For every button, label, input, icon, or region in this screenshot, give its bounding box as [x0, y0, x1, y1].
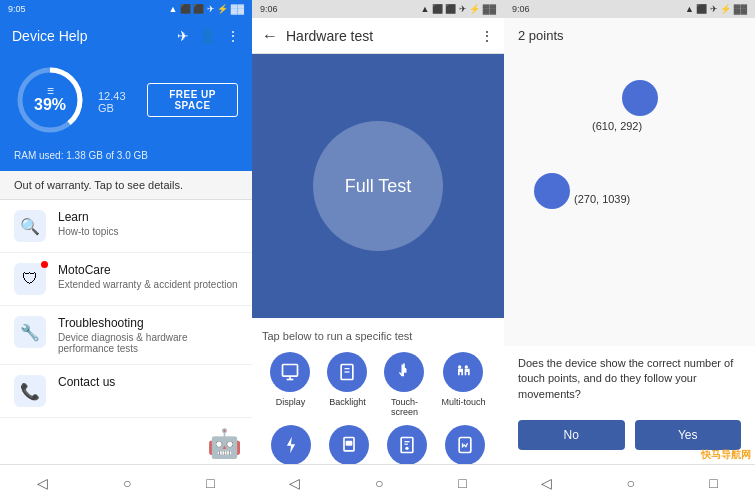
motocare-icon-container: 🛡: [14, 263, 46, 295]
status-bar-p3: 9:06 ▲ ⬛ ✈ ⚡ ▓▓: [504, 0, 755, 18]
panel2-title: Hardware test: [286, 28, 472, 44]
touch-question: Does the device show the correct number …: [504, 346, 755, 412]
learn-subtitle: How-to topics: [58, 226, 119, 237]
storage-gb: 12.43 GB: [98, 90, 135, 114]
status-time-p1: 9:05: [8, 4, 26, 14]
test-icons-row1: Display Backlight Touch-screen Multi-tou…: [262, 352, 494, 417]
svg-point-9: [465, 365, 468, 368]
backlight-label: Backlight: [329, 397, 366, 407]
learn-title: Learn: [58, 210, 119, 224]
svg-point-14: [405, 447, 408, 450]
status-icons-p2: ▲ ⬛ ⬛ ✈ ⚡ ▓▓: [420, 4, 496, 14]
contact-icon-container: 📞: [14, 375, 46, 407]
touch-canvas-area[interactable]: 2 points (610, 292) (270, 1039): [504, 18, 755, 346]
menu-item-learn[interactable]: 🔍 Learn How-to topics: [0, 200, 252, 253]
motocare-text: MotoCare Extended warranty & accident pr…: [58, 263, 238, 290]
status-time-p2: 9:06: [260, 4, 278, 14]
motocare-icon: 🛡: [22, 270, 38, 288]
storage-section: ☰ 39% 12.43 GB FREE UP SPACE: [0, 54, 252, 150]
warranty-bar[interactable]: Out of warranty. Tap to see details.: [0, 171, 252, 200]
back-icon-p2[interactable]: ←: [262, 27, 278, 45]
watermark: 快马导航网: [701, 448, 751, 462]
airplane-icon[interactable]: ✈: [177, 28, 189, 44]
home-nav-p2[interactable]: ○: [375, 475, 383, 491]
test-item-touchscreen[interactable]: Touch-screen: [384, 352, 424, 417]
learn-icon-container: 🔍: [14, 210, 46, 242]
panel-hardware-test: 9:06 ▲ ⬛ ⬛ ✈ ⚡ ▓▓ ← Hardware test ⋮ Full…: [252, 0, 504, 500]
storage-test-icon: [387, 425, 427, 465]
sensors-test-icon: [445, 425, 485, 465]
status-bar-p2: 9:06 ▲ ⬛ ⬛ ✈ ⚡ ▓▓: [252, 0, 504, 18]
status-icons-p3: ▲ ⬛ ✈ ⚡ ▓▓: [685, 4, 747, 14]
touch-point-2: [534, 173, 570, 209]
back-nav-p1[interactable]: ◁: [37, 475, 48, 491]
storage-percent: 39%: [34, 96, 66, 114]
display-label: Display: [276, 397, 306, 407]
svg-marker-10: [287, 437, 295, 454]
storage-info: 12.43 GB: [98, 86, 135, 114]
menu-item-contact[interactable]: 📞 Contact us: [0, 365, 252, 418]
yes-button[interactable]: Yes: [635, 420, 742, 450]
recent-nav-p1[interactable]: □: [206, 475, 214, 491]
sim-test-icon: [329, 425, 369, 465]
touchscreen-icon: [384, 352, 424, 392]
contact-title: Contact us: [58, 375, 115, 389]
recent-nav-p3[interactable]: □: [709, 475, 717, 491]
test-item-multitouch[interactable]: Multi-touch: [441, 352, 485, 417]
home-nav-p3[interactable]: ○: [627, 475, 635, 491]
status-time-p3: 9:06: [512, 4, 530, 14]
touchscreen-label: Touch-screen: [391, 397, 418, 417]
back-nav-p3[interactable]: ◁: [541, 475, 552, 491]
menu-item-troubleshooting[interactable]: 🔧 Troubleshooting Device diagnosis & har…: [0, 306, 252, 365]
menu-item-motocare[interactable]: 🛡 MotoCare Extended warranty & accident …: [0, 253, 252, 306]
display-icon: [270, 352, 310, 392]
multitouch-icon: [443, 352, 483, 392]
troubleshooting-subtitle: Device diagnosis & hardware performance …: [58, 332, 238, 354]
storage-percent-container: ☰ 39%: [34, 87, 66, 114]
svg-rect-12: [346, 441, 353, 446]
multitouch-label: Multi-touch: [441, 397, 485, 407]
person-icon[interactable]: 👤: [199, 28, 216, 44]
full-test-area[interactable]: Full Test: [252, 54, 504, 318]
specific-test-label: Tap below to run a specific test: [262, 330, 494, 342]
free-up-button[interactable]: FREE UP SPACE: [147, 83, 238, 117]
storage-circle: ☰ 39%: [14, 64, 86, 136]
panel1-title: Device Help: [12, 28, 87, 44]
points-label: 2 points: [504, 18, 755, 47]
motocare-title: MotoCare: [58, 263, 238, 277]
more-icon-p2[interactable]: ⋮: [480, 28, 494, 44]
panel1-header: Device Help ✈ 👤 ⋮: [0, 18, 252, 54]
troubleshooting-text: Troubleshooting Device diagnosis & hardw…: [58, 316, 238, 354]
status-icons-p1: ▲ ⬛ ⬛ ✈ ⚡ ▓▓: [168, 4, 244, 14]
robot-icon: 🤖: [207, 427, 242, 460]
more-icon-p1[interactable]: ⋮: [226, 28, 240, 44]
header-icons: ✈ 👤 ⋮: [177, 28, 240, 44]
home-nav-p1[interactable]: ○: [123, 475, 131, 491]
touch-coord-1: (610, 292): [592, 120, 642, 132]
touch-point-1: [622, 80, 658, 116]
panel-touch-test: 9:06 ▲ ⬛ ✈ ⚡ ▓▓ 2 points (610, 292) (270…: [504, 0, 755, 500]
learn-text: Learn How-to topics: [58, 210, 119, 237]
full-test-circle[interactable]: Full Test: [313, 121, 443, 251]
learn-icon: 🔍: [20, 217, 40, 236]
svg-point-8: [458, 365, 461, 368]
no-button[interactable]: No: [518, 420, 625, 450]
panel2-header: ← Hardware test ⋮: [252, 18, 504, 54]
full-test-label: Full Test: [345, 176, 412, 197]
troubleshooting-title: Troubleshooting: [58, 316, 238, 330]
battery-test-icon: [271, 425, 311, 465]
back-nav-p2[interactable]: ◁: [289, 475, 300, 491]
panel-device-help: 9:05 ▲ ⬛ ⬛ ✈ ⚡ ▓▓ Device Help ✈ 👤 ⋮ ☰ 39…: [0, 0, 252, 500]
test-item-display[interactable]: Display: [270, 352, 310, 417]
troubleshooting-icon-container: 🔧: [14, 316, 46, 348]
svg-rect-2: [283, 365, 298, 377]
panel2-nav: ◁ ○ □: [252, 464, 504, 500]
panel3-nav: ◁ ○ □: [504, 464, 755, 500]
test-item-backlight[interactable]: Backlight: [327, 352, 367, 417]
svg-rect-13: [401, 438, 413, 453]
troubleshooting-icon: 🔧: [20, 323, 40, 342]
touch-coord-2: (270, 1039): [574, 193, 630, 205]
recent-nav-p2[interactable]: □: [458, 475, 466, 491]
motocare-red-dot: [41, 261, 48, 268]
panel1-nav: ◁ ○ □: [0, 464, 252, 500]
